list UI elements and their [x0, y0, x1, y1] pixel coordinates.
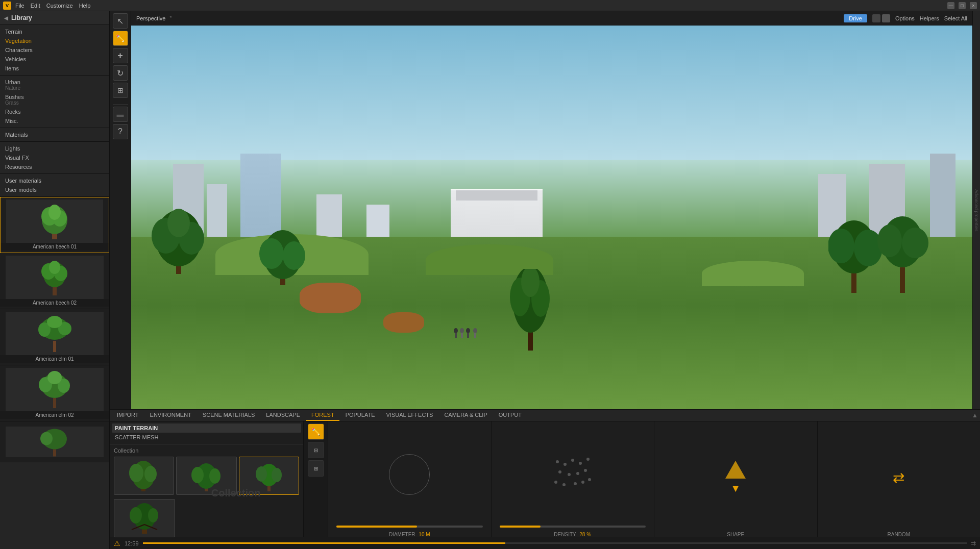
shuffle-icon[interactable]: ⇄ — [893, 469, 904, 486]
grid-tool-button[interactable]: ⊞ — [113, 83, 128, 98]
tab-visual-effects[interactable]: VISUAL EFFECTS — [381, 410, 438, 421]
advanced-properties-label: Advanced properties — [974, 189, 979, 232]
view-mode-2[interactable] — [882, 14, 890, 22]
cat-user-materials[interactable]: User materials — [0, 176, 109, 185]
shape-triangle-icon — [725, 461, 746, 479]
brush-options-button[interactable]: ⊞ — [308, 460, 324, 477]
asset-american-elm-02[interactable]: American elm 02 — [0, 365, 109, 421]
svg-point-75 — [586, 458, 590, 461]
diameter-panel: DIAMETER 10 M — [328, 421, 492, 541]
cat-vehicles[interactable]: Vehicles — [0, 55, 109, 64]
shape-panel: ▼ SHAPE — [654, 421, 818, 541]
subcat-bushes[interactable]: Bushes Grass — [0, 92, 109, 107]
density-slider-track[interactable] — [500, 526, 646, 528]
cat-lights[interactable]: Lights — [0, 144, 109, 153]
shape-visual: ▼ — [725, 426, 746, 530]
svg-point-78 — [576, 472, 579, 475]
menu-help[interactable]: Help — [79, 3, 91, 9]
minimize-button[interactable]: — — [947, 2, 954, 9]
select-tool-button[interactable]: ↖ — [113, 13, 128, 29]
paint-tool-button[interactable]: ✏️ — [113, 31, 128, 46]
titlebar: V File Edit Customize Help — □ × — [0, 0, 980, 11]
brush-paint-button[interactable]: ✏️ — [308, 423, 324, 440]
close-button[interactable]: × — [970, 2, 977, 9]
cat-vegetation[interactable]: Vegetation — [0, 36, 109, 45]
asset-american-elm-03[interactable] — [0, 421, 109, 462]
drive-button[interactable]: Drive — [844, 14, 867, 22]
paint-terrain-tool[interactable]: PAINT TERRAIN — [112, 423, 301, 433]
svg-point-22 — [40, 432, 53, 445]
cat-items[interactable]: Items — [0, 64, 109, 73]
svg-point-63 — [256, 466, 267, 482]
subcat-rocks[interactable]: Rocks — [0, 107, 109, 116]
forest-thumb-1[interactable] — [114, 457, 174, 495]
view-mode-1[interactable] — [872, 14, 880, 22]
select-all-button[interactable]: Select All — [944, 15, 967, 21]
svg-point-4 — [48, 205, 61, 220]
density-dots-icon — [550, 454, 596, 495]
subcat-misc[interactable]: Misc. — [0, 116, 109, 126]
tab-import[interactable]: IMPORT — [112, 410, 144, 421]
asset-thumbnails: American beech 01 American beech 02 — [0, 197, 109, 549]
svg-point-68 — [148, 508, 158, 522]
unknown-tool-button[interactable]: ▬ — [113, 107, 128, 122]
cat-characters[interactable]: Characters — [0, 45, 109, 55]
rotate-tool-button[interactable]: ↻ — [113, 65, 128, 81]
toolbar-strip: ↖ ✏️ + ↻ ⊞ ▬ ? — [110, 11, 131, 409]
density-slider-container[interactable] — [496, 523, 650, 530]
cat-materials[interactable]: Materials — [0, 130, 109, 139]
svg-point-31 — [283, 241, 305, 270]
svg-point-30 — [259, 238, 284, 269]
library-subcategories: Urban Nature Bushes Grass Rocks Misc. — [0, 76, 109, 128]
forest-thumb-4[interactable] — [114, 499, 175, 537]
svg-rect-10 — [53, 341, 56, 352]
menu-file[interactable]: File — [15, 3, 24, 9]
svg-point-34 — [828, 229, 854, 263]
forest-thumb-2[interactable] — [176, 457, 236, 495]
library-categories: Terrain Vegetation Characters Vehicles I… — [0, 25, 109, 76]
tree-cluster-center-left — [257, 229, 308, 286]
lib-materials: Materials — [0, 128, 109, 142]
menu-customize[interactable]: Customize — [46, 3, 73, 9]
add-tool-button[interactable]: + — [113, 48, 128, 63]
tab-expand-button[interactable]: ▲ — [972, 412, 978, 419]
tab-forest[interactable]: FOREST — [306, 410, 339, 421]
tab-landscape[interactable]: LANDSCAPE — [261, 410, 305, 421]
random-panel: ⇄ RANDOM — [818, 421, 981, 541]
3d-viewport[interactable] — [131, 26, 972, 409]
tab-output[interactable]: OUTPUT — [494, 410, 527, 421]
subcat-urban[interactable]: Urban Nature — [0, 78, 109, 92]
help-tool-button[interactable]: ? — [113, 124, 128, 139]
maximize-button[interactable]: □ — [959, 2, 966, 9]
svg-point-9 — [49, 261, 60, 274]
tab-populate[interactable]: POPULATE — [340, 410, 380, 421]
svg-point-27 — [167, 209, 190, 237]
svg-point-60 — [209, 468, 220, 484]
svg-point-38 — [877, 224, 902, 257]
cat-visual-fx[interactable]: Visual FX — [0, 153, 109, 162]
svg-rect-48 — [461, 333, 463, 338]
diameter-slider-track[interactable] — [336, 526, 483, 528]
asset-american-beech-01[interactable]: American beech 01 — [0, 197, 109, 253]
svg-point-82 — [574, 482, 577, 485]
cat-terrain[interactable]: Terrain — [0, 27, 109, 36]
diameter-slider-fill — [336, 526, 417, 528]
tab-camera-clip[interactable]: CAMERA & CLIP — [439, 410, 492, 421]
cat-resources[interactable]: Resources — [0, 162, 109, 171]
tab-scene-materials[interactable]: SCENE MATERIALS — [198, 410, 260, 421]
svg-point-49 — [466, 328, 470, 333]
forest-thumb-3[interactable] — [239, 457, 299, 495]
diameter-slider-container[interactable] — [332, 523, 487, 530]
dirt-path-1 — [300, 283, 361, 313]
helpers-button[interactable]: Helpers — [920, 15, 939, 21]
asset-american-elm-01[interactable]: American elm 01 — [0, 309, 109, 365]
scatter-mesh-tool[interactable]: SCATTER MESH — [112, 433, 301, 442]
brush-erase-button[interactable]: ⊟ — [308, 442, 324, 458]
cat-user-models[interactable]: User models — [0, 185, 109, 194]
asset-american-beech-02[interactable]: American beech 02 — [0, 253, 109, 309]
options-button[interactable]: Options — [895, 15, 915, 21]
bottom-panel: IMPORT ENVIRONMENT SCENE MATERIALS LANDS… — [110, 409, 980, 537]
tab-environment[interactable]: ENVIRONMENT — [145, 410, 197, 421]
svg-point-77 — [568, 473, 571, 476]
menu-edit[interactable]: Edit — [31, 3, 40, 9]
